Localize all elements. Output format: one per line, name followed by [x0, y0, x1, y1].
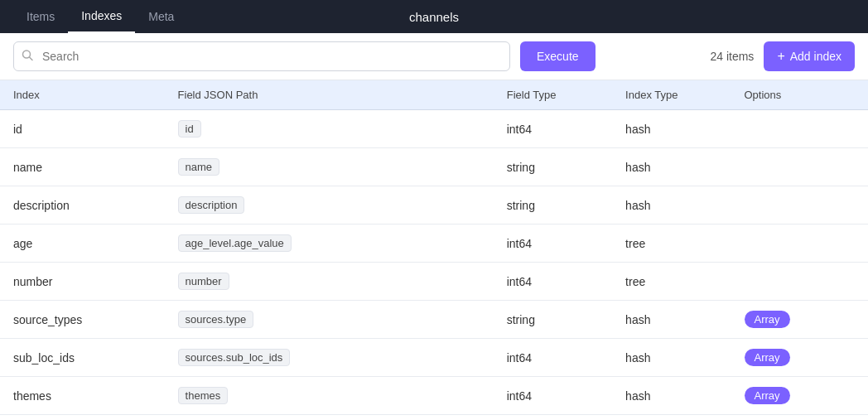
- cell-field-type: int64: [494, 377, 612, 415]
- cell-field-type: int64: [494, 339, 612, 377]
- cell-field-type: int64: [494, 224, 612, 263]
- cell-field-path: age_level.age_value: [165, 224, 494, 263]
- table-row: ageage_level.age_valueint64tree: [0, 224, 868, 263]
- table-row: ididint64hash: [0, 110, 868, 148]
- cell-field-type: int64: [494, 110, 612, 148]
- cell-field-type: string: [494, 301, 612, 339]
- cell-field-path: id: [165, 110, 494, 148]
- indexes-table: Index Field JSON Path Field Type Index T…: [0, 80, 868, 415]
- cell-field-path: name: [165, 148, 494, 186]
- col-header-type: Field Type: [494, 80, 612, 110]
- toolbar: Execute 24 items + Add index: [0, 33, 868, 80]
- add-index-button[interactable]: + Add index: [764, 41, 855, 71]
- nav-tab-meta[interactable]: Meta: [135, 0, 187, 33]
- table-row: themesthemesint64hashArray: [0, 377, 868, 415]
- cell-field-path: number: [165, 263, 494, 301]
- cell-index-type: hash: [612, 186, 731, 224]
- table-container: Index Field JSON Path Field Type Index T…: [0, 80, 868, 420]
- cell-index-type: hash: [612, 377, 731, 415]
- header-row: Index Field JSON Path Field Type Index T…: [0, 80, 868, 110]
- svg-line-1: [30, 57, 33, 60]
- col-header-options: Options: [731, 80, 869, 110]
- cell-index-type: hash: [612, 301, 731, 339]
- cell-options: [731, 148, 869, 186]
- cell-index: name: [0, 148, 165, 186]
- cell-field-path: themes: [165, 377, 494, 415]
- table-row: namenamestringhash: [0, 148, 868, 186]
- cell-index-type: hash: [612, 148, 731, 186]
- field-path-pill: number: [178, 273, 229, 290]
- cell-field-type: string: [494, 148, 612, 186]
- cell-options: Array: [731, 377, 869, 415]
- cell-index: description: [0, 186, 165, 224]
- cell-index: themes: [0, 377, 165, 415]
- field-path-pill: description: [178, 196, 245, 214]
- col-header-index: Index: [0, 80, 165, 110]
- nav-tab-items[interactable]: Items: [13, 0, 68, 33]
- search-icon: [22, 50, 33, 64]
- cell-field-path: sources.sub_loc_ids: [165, 339, 494, 377]
- col-header-field: Field JSON Path: [165, 80, 494, 110]
- cell-field-type: string: [494, 186, 612, 224]
- table-row: numbernumberint64tree: [0, 263, 868, 301]
- table-row: descriptiondescriptionstringhash: [0, 186, 868, 224]
- nav-tabs: ItemsIndexesMeta: [13, 0, 187, 33]
- array-badge: Array: [745, 349, 790, 366]
- cell-field-type: int64: [494, 263, 612, 301]
- search-input[interactable]: [13, 41, 510, 71]
- field-path-pill: themes: [178, 387, 229, 404]
- page-title: channels: [409, 10, 459, 24]
- cell-field-path: description: [165, 186, 494, 224]
- cell-index: sub_loc_ids: [0, 339, 165, 377]
- field-path-pill: age_level.age_value: [178, 234, 292, 252]
- table-header: Index Field JSON Path Field Type Index T…: [0, 80, 868, 110]
- field-path-pill: id: [178, 120, 201, 138]
- cell-index: number: [0, 263, 165, 301]
- top-nav: ItemsIndexesMeta channels: [0, 0, 868, 33]
- cell-index: id: [0, 110, 165, 148]
- array-badge: Array: [745, 311, 790, 328]
- cell-index: age: [0, 224, 165, 263]
- field-path-pill: sources.sub_loc_ids: [178, 349, 291, 366]
- cell-index-type: tree: [612, 224, 731, 263]
- search-wrapper: [13, 41, 510, 71]
- cell-index: source_types: [0, 301, 165, 339]
- table-row: source_typessources.typestringhashArray: [0, 301, 868, 339]
- cell-index-type: hash: [612, 339, 731, 377]
- plus-icon: +: [777, 49, 784, 64]
- field-path-pill: name: [178, 158, 220, 176]
- field-path-pill: sources.type: [178, 311, 254, 328]
- cell-index-type: tree: [612, 263, 731, 301]
- nav-tab-indexes[interactable]: Indexes: [68, 0, 135, 33]
- cell-field-path: sources.type: [165, 301, 494, 339]
- execute-button[interactable]: Execute: [520, 41, 596, 71]
- cell-index-type: hash: [612, 110, 731, 148]
- items-count: 24 items: [710, 50, 754, 63]
- add-index-label: Add index: [790, 50, 841, 63]
- table-row: sub_loc_idssources.sub_loc_idsint64hashA…: [0, 339, 868, 377]
- cell-options: [731, 263, 869, 301]
- cell-options: [731, 224, 869, 263]
- cell-options: Array: [731, 339, 869, 377]
- cell-options: [731, 110, 869, 148]
- cell-options: [731, 186, 869, 224]
- col-header-index-type: Index Type: [612, 80, 731, 110]
- table-body: ididint64hashnamenamestringhashdescripti…: [0, 110, 868, 415]
- array-badge: Array: [745, 387, 790, 404]
- cell-options: Array: [731, 301, 869, 339]
